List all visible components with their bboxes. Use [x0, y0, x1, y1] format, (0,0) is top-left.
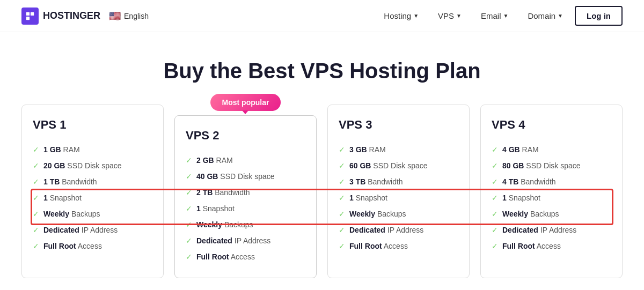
svg-rect-1	[31, 12, 34, 15]
check-icon: ✓	[492, 242, 498, 250]
check-icon: ✓	[186, 220, 192, 229]
chevron-down-icon: ▼	[503, 13, 509, 19]
language-label: English	[124, 12, 149, 20]
chevron-down-icon: ▼	[558, 13, 563, 19]
navbar-left: HOSTINGER 🇺🇸 English	[21, 8, 149, 25]
check-icon: ✓	[33, 177, 39, 186]
check-icon: ✓	[186, 236, 192, 245]
feature-root-vps4: ✓ Full Root Access	[492, 238, 611, 254]
svg-rect-2	[26, 16, 30, 19]
feature-bandwidth-vps4: ✓ 4 TB Bandwidth	[492, 174, 611, 190]
plan-card-vps1: VPS 1 ✓ 1 GB RAM ✓ 20 GB SSD Disk space …	[21, 105, 164, 278]
most-popular-badge: Most popular	[210, 94, 281, 111]
check-icon: ✓	[339, 145, 345, 154]
feature-snapshot-vps4: ✓ 1 Snapshot	[492, 190, 611, 206]
check-icon: ✓	[492, 177, 498, 186]
language-selector[interactable]: 🇺🇸 English	[109, 10, 149, 22]
check-icon: ✓	[339, 210, 345, 218]
feature-root-vps2: ✓ Full Root Access	[186, 249, 305, 265]
feature-disk-vps2: ✓ 40 GB SSD Disk space	[186, 168, 305, 184]
nav-hosting[interactable]: Hosting ▼	[376, 7, 426, 25]
feature-ip-vps4: ✓ Dedicated IP Address	[492, 222, 611, 238]
feature-ip-vps1: ✓ Dedicated IP Address	[33, 222, 152, 238]
check-icon: ✓	[33, 145, 39, 154]
check-icon: ✓	[339, 226, 345, 234]
feature-snapshot-vps2: ✓ 1 Snapshot	[186, 200, 305, 217]
check-icon: ✓	[492, 145, 498, 154]
feature-ram-vps2: ✓ 2 GB RAM	[186, 152, 305, 168]
plans-grid: VPS 1 ✓ 1 GB RAM ✓ 20 GB SSD Disk space …	[21, 105, 623, 278]
nav-vps[interactable]: VPS ▼	[430, 7, 469, 25]
logo-text: HOSTINGER	[43, 10, 100, 21]
feature-snapshot-vps1: ✓ 1 Snapshot	[33, 190, 152, 206]
check-icon: ✓	[339, 194, 345, 202]
chevron-down-icon: ▼	[456, 13, 462, 19]
logo-icon	[21, 8, 39, 25]
highlight-section-vps1: ✓ 1 Snapshot ✓ Weekly Backups	[33, 190, 152, 222]
feature-disk-vps1: ✓ 20 GB SSD Disk space	[33, 158, 152, 174]
login-button[interactable]: Log in	[575, 6, 623, 26]
feature-ram-vps4: ✓ 4 GB RAM	[492, 142, 611, 158]
feature-ram-vps3: ✓ 3 GB RAM	[339, 142, 458, 158]
plan-title-vps1: VPS 1	[33, 118, 152, 132]
plan-card-vps3: VPS 3 ✓ 3 GB RAM ✓ 60 GB SSD Disk space …	[327, 105, 470, 278]
feature-snapshot-vps3: ✓ 1 Snapshot	[339, 190, 458, 206]
feature-disk-vps3: ✓ 60 GB SSD Disk space	[339, 158, 458, 174]
feature-backups-vps2: ✓ Weekly Backups	[186, 217, 305, 233]
check-icon: ✓	[33, 194, 39, 202]
check-icon: ✓	[339, 177, 345, 186]
check-icon: ✓	[33, 226, 39, 234]
check-icon: ✓	[186, 188, 192, 197]
plan-card-vps4: VPS 4 ✓ 4 GB RAM ✓ 80 GB SSD Disk space …	[480, 105, 623, 278]
check-icon: ✓	[186, 204, 192, 213]
check-icon: ✓	[186, 172, 192, 181]
feature-ip-vps2: ✓ Dedicated IP Address	[186, 233, 305, 249]
svg-rect-0	[26, 12, 30, 15]
chevron-down-icon: ▼	[413, 13, 419, 19]
feature-ram-vps1: ✓ 1 GB RAM	[33, 142, 152, 158]
check-icon: ✓	[492, 161, 498, 170]
page-title: Buy the Best VPS Hosting Plan	[21, 59, 623, 83]
highlight-section-vps3: ✓ 1 Snapshot ✓ Weekly Backups	[339, 190, 458, 222]
highlight-section-vps4: ✓ 1 Snapshot ✓ Weekly Backups	[492, 190, 611, 222]
check-icon: ✓	[33, 161, 39, 170]
check-icon: ✓	[492, 194, 498, 202]
feature-backups-vps1: ✓ Weekly Backups	[33, 206, 152, 222]
flag-icon: 🇺🇸	[109, 10, 121, 22]
feature-bandwidth-vps2: ✓ 2 TB Bandwidth	[186, 184, 305, 200]
feature-root-vps1: ✓ Full Root Access	[33, 238, 152, 254]
navbar: HOSTINGER 🇺🇸 English Hosting ▼ VPS ▼ Ema…	[0, 0, 644, 32]
feature-backups-vps3: ✓ Weekly Backups	[339, 206, 458, 222]
check-icon: ✓	[492, 226, 498, 234]
plan-title-vps3: VPS 3	[339, 118, 458, 132]
check-icon: ✓	[186, 252, 192, 261]
feature-disk-vps4: ✓ 80 GB SSD Disk space	[492, 158, 611, 174]
highlight-section-vps2: ✓ 1 Snapshot ✓ Weekly Backups	[186, 200, 305, 233]
popular-wrapper: Most popular VPS 2 ✓ 2 GB RAM ✓ 40 GB SS…	[174, 105, 317, 278]
plan-card-vps2: VPS 2 ✓ 2 GB RAM ✓ 40 GB SSD Disk space …	[174, 115, 317, 278]
plans-section: VPS 1 ✓ 1 GB RAM ✓ 20 GB SSD Disk space …	[0, 99, 644, 290]
feature-bandwidth-vps1: ✓ 1 TB Bandwidth	[33, 174, 152, 190]
check-icon: ✓	[33, 242, 39, 250]
hero-section: Buy the Best VPS Hosting Plan	[0, 32, 644, 99]
nav-email[interactable]: Email ▼	[473, 7, 516, 25]
check-icon: ✓	[339, 161, 345, 170]
navbar-right: Hosting ▼ VPS ▼ Email ▼ Domain ▼ Log in	[376, 6, 623, 26]
feature-bandwidth-vps3: ✓ 3 TB Bandwidth	[339, 174, 458, 190]
nav-domain[interactable]: Domain ▼	[520, 7, 570, 25]
check-icon: ✓	[492, 210, 498, 218]
plans-wrapper: VPS 1 ✓ 1 GB RAM ✓ 20 GB SSD Disk space …	[21, 105, 623, 278]
plan-title-vps2: VPS 2	[186, 129, 305, 143]
plan-title-vps4: VPS 4	[492, 118, 611, 132]
check-icon: ✓	[33, 210, 39, 218]
check-icon: ✓	[186, 156, 192, 165]
logo[interactable]: HOSTINGER	[21, 8, 100, 25]
check-icon: ✓	[339, 242, 345, 250]
feature-backups-vps4: ✓ Weekly Backups	[492, 206, 611, 222]
feature-ip-vps3: ✓ Dedicated IP Address	[339, 222, 458, 238]
feature-root-vps3: ✓ Full Root Access	[339, 238, 458, 254]
